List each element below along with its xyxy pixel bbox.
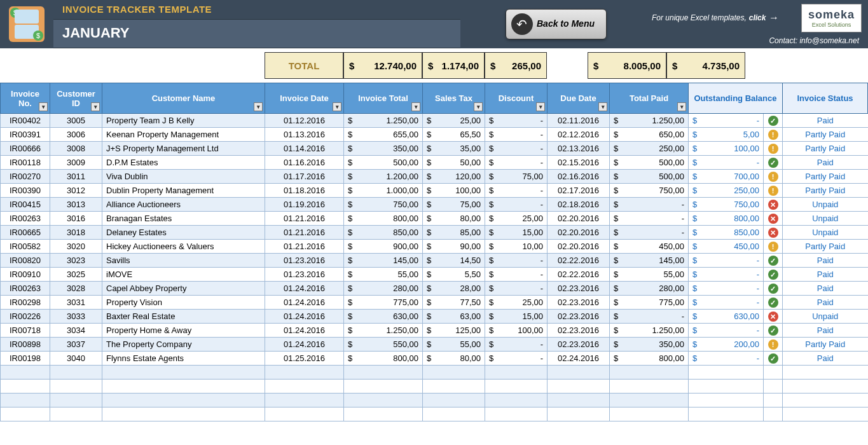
cell-invoice-total[interactable]: $800,00 bbox=[344, 212, 423, 226]
cell-invoice-no[interactable]: IR00402 bbox=[1, 114, 50, 128]
table-row[interactable]: IR008203023Savills01.23.2016$145,00$14,5… bbox=[1, 254, 868, 268]
cell-invoice-total[interactable]: $550,00 bbox=[344, 338, 423, 352]
cell-customer-name[interactable]: Flynns Estate Agents bbox=[102, 352, 265, 366]
cell-invoice-total[interactable]: $280,00 bbox=[344, 282, 423, 296]
cell-customer-name[interactable]: Branagan Estates bbox=[102, 212, 265, 226]
cell-customer-id[interactable]: 3025 bbox=[50, 268, 102, 282]
table-row[interactable]: IR001983040Flynns Estate Agents01.25.201… bbox=[1, 352, 868, 366]
cell-discount[interactable]: $- bbox=[485, 142, 548, 156]
cell-sales-tax[interactable]: $125,00 bbox=[423, 324, 485, 338]
table-row[interactable]: IR002703011Viva Dublin01.17.2016$1.200,0… bbox=[1, 170, 868, 184]
cell-due-date[interactable]: 02.20.2016 bbox=[548, 212, 610, 226]
cell-customer-name[interactable]: J+S Property Management Ltd bbox=[102, 142, 265, 156]
cell-invoice-total[interactable]: $775,00 bbox=[344, 296, 423, 310]
table-row[interactable]: IR002263033Baxter Real Estate01.24.2016$… bbox=[1, 310, 868, 324]
cell-invoice-total[interactable]: $750,00 bbox=[344, 198, 423, 212]
cell-due-date[interactable]: 02.22.2016 bbox=[548, 254, 610, 268]
cell-invoice-date[interactable]: 01.12.2016 bbox=[265, 114, 344, 128]
cell-due-date[interactable]: 02.16.2016 bbox=[548, 170, 610, 184]
cell-invoice-date[interactable]: 01.24.2016 bbox=[265, 296, 344, 310]
cell-due-date[interactable]: 02.23.2016 bbox=[548, 310, 610, 324]
cell-due-date[interactable]: 02.24.2016 bbox=[548, 352, 610, 366]
th-customer-name[interactable]: Customer Name▾ bbox=[102, 83, 265, 114]
table-row[interactable]: IR003903012Dublin Property Management01.… bbox=[1, 184, 868, 198]
contact-info[interactable]: Contact: info@someka.net bbox=[652, 36, 862, 45]
cell-invoice-total[interactable]: $900,00 bbox=[344, 240, 423, 254]
cell-invoice-date[interactable]: 01.24.2016 bbox=[265, 310, 344, 324]
cell-invoice-no[interactable]: IR00391 bbox=[1, 128, 50, 142]
cell-invoice-date[interactable]: 01.23.2016 bbox=[265, 254, 344, 268]
cell-customer-id[interactable]: 3034 bbox=[50, 324, 102, 338]
cell-sales-tax[interactable]: $63,00 bbox=[423, 310, 485, 324]
cell-invoice-no[interactable]: IR00898 bbox=[1, 338, 50, 352]
cell-customer-name[interactable]: Delaney Estates bbox=[102, 226, 265, 240]
cell-sales-tax[interactable]: $80,00 bbox=[423, 212, 485, 226]
cell-invoice-no[interactable]: IR00298 bbox=[1, 296, 50, 310]
cell-customer-name[interactable]: Baxter Real Estate bbox=[102, 310, 265, 324]
cell-invoice-date[interactable]: 01.23.2016 bbox=[265, 268, 344, 282]
cell-due-date[interactable]: 02.22.2016 bbox=[548, 268, 610, 282]
cell-total-paid[interactable]: $650,00 bbox=[610, 128, 689, 142]
cell-total-paid[interactable]: $- bbox=[610, 198, 689, 212]
cell-due-date[interactable]: 02.18.2016 bbox=[548, 198, 610, 212]
cell-discount[interactable]: $- bbox=[485, 198, 548, 212]
cell-due-date[interactable]: 02.17.2016 bbox=[548, 184, 610, 198]
cell-due-date[interactable]: 02.15.2016 bbox=[548, 156, 610, 170]
cell-sales-tax[interactable]: $120,00 bbox=[423, 170, 485, 184]
cell-customer-id[interactable]: 3018 bbox=[50, 226, 102, 240]
cell-sales-tax[interactable]: $35,00 bbox=[423, 142, 485, 156]
cell-customer-id[interactable]: 3040 bbox=[50, 352, 102, 366]
th-invoice-no[interactable]: Invoice No.▾ bbox=[1, 83, 50, 114]
cell-invoice-total[interactable]: $1.000,00 bbox=[344, 184, 423, 198]
th-total-paid[interactable]: Total Paid▾ bbox=[610, 83, 689, 114]
cell-invoice-total[interactable]: $500,00 bbox=[344, 156, 423, 170]
cell-total-paid[interactable]: $250,00 bbox=[610, 142, 689, 156]
cell-invoice-no[interactable]: IR00582 bbox=[1, 240, 50, 254]
table-row[interactable]: IR003913006Keenan Property Management01.… bbox=[1, 128, 868, 142]
cell-discount[interactable]: $- bbox=[485, 156, 548, 170]
cell-total-paid[interactable]: $280,00 bbox=[610, 282, 689, 296]
cell-customer-id[interactable]: 3023 bbox=[50, 254, 102, 268]
table-row-empty[interactable] bbox=[1, 380, 868, 394]
table-row[interactable]: IR006663008J+S Property Management Ltd01… bbox=[1, 142, 868, 156]
cell-discount[interactable]: $- bbox=[485, 268, 548, 282]
cell-invoice-total[interactable]: $1.250,00 bbox=[344, 114, 423, 128]
filter-icon[interactable]: ▾ bbox=[411, 102, 420, 111]
cell-invoice-date[interactable]: 01.25.2016 bbox=[265, 352, 344, 366]
cell-invoice-no[interactable]: IR00718 bbox=[1, 324, 50, 338]
cell-total-paid[interactable]: $1.250,00 bbox=[610, 114, 689, 128]
cell-invoice-total[interactable]: $1.250,00 bbox=[344, 324, 423, 338]
cell-invoice-total[interactable]: $55,00 bbox=[344, 268, 423, 282]
cell-discount[interactable]: $- bbox=[485, 114, 548, 128]
table-row-empty[interactable] bbox=[1, 366, 868, 380]
cell-customer-id[interactable]: 3016 bbox=[50, 212, 102, 226]
cell-customer-name[interactable]: Property Home & Away bbox=[102, 324, 265, 338]
cell-invoice-no[interactable]: IR00820 bbox=[1, 254, 50, 268]
cell-sales-tax[interactable]: $77,50 bbox=[423, 296, 485, 310]
cell-total-paid[interactable]: $450,00 bbox=[610, 240, 689, 254]
cell-invoice-date[interactable]: 01.21.2016 bbox=[265, 226, 344, 240]
cell-sales-tax[interactable]: $75,00 bbox=[423, 198, 485, 212]
cell-total-paid[interactable]: $350,00 bbox=[610, 338, 689, 352]
cell-discount[interactable]: $25,00 bbox=[485, 212, 548, 226]
filter-icon[interactable]: ▾ bbox=[474, 102, 483, 111]
cell-sales-tax[interactable]: $90,00 bbox=[423, 240, 485, 254]
th-invoice-total[interactable]: Invoice Total▾ bbox=[344, 83, 423, 114]
cell-due-date[interactable]: 02.11.2016 bbox=[548, 114, 610, 128]
cell-customer-id[interactable]: 3006 bbox=[50, 128, 102, 142]
cell-due-date[interactable]: 02.23.2016 bbox=[548, 324, 610, 338]
cell-customer-id[interactable]: 3012 bbox=[50, 184, 102, 198]
cell-invoice-no[interactable]: IR00390 bbox=[1, 184, 50, 198]
cell-discount[interactable]: $25,00 bbox=[485, 296, 548, 310]
cell-sales-tax[interactable]: $14,50 bbox=[423, 254, 485, 268]
cell-invoice-no[interactable]: IR00910 bbox=[1, 268, 50, 282]
cell-customer-name[interactable]: iMOVE bbox=[102, 268, 265, 282]
cell-invoice-total[interactable]: $145,00 bbox=[344, 254, 423, 268]
cell-invoice-date[interactable]: 01.14.2016 bbox=[265, 142, 344, 156]
cell-invoice-date[interactable]: 01.18.2016 bbox=[265, 184, 344, 198]
cell-invoice-total[interactable]: $655,00 bbox=[344, 128, 423, 142]
filter-icon[interactable]: ▾ bbox=[91, 102, 100, 111]
table-row[interactable]: IR007183034Property Home & Away01.24.201… bbox=[1, 324, 868, 338]
cell-sales-tax[interactable]: $50,00 bbox=[423, 156, 485, 170]
table-row[interactable]: IR006653018Delaney Estates01.21.2016$850… bbox=[1, 226, 868, 240]
